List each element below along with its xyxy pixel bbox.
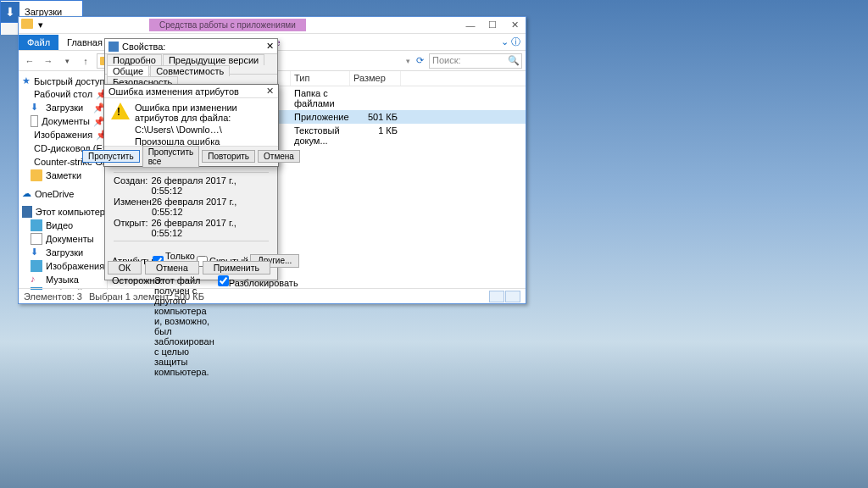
maximize-button[interactable]: ☐ [481, 18, 504, 33]
properties-title: Свойства: [122, 42, 165, 52]
search-placeholder: Поиск: [432, 55, 461, 65]
nav-this-pc[interactable]: Этот компьютер [19, 205, 107, 219]
up-button[interactable]: ↑ [78, 56, 93, 66]
retry-button[interactable]: Повторить [202, 150, 255, 163]
error-title: Ошибка изменения атрибутов [108, 86, 239, 97]
contextual-tab-label: Средства работы с приложениями [149, 19, 306, 31]
ribbon-toggle-icon[interactable]: ⌄ ⓘ [501, 36, 526, 48]
tab-file[interactable]: Файл [19, 35, 58, 50]
status-count: Элементов: 3 [24, 291, 82, 302]
cancel-button[interactable]: Отмена [145, 261, 199, 274]
tab-details[interactable]: Подробно [107, 54, 162, 65]
minimize-button[interactable]: — [459, 18, 481, 33]
nav-item[interactable]: Документы📌 [19, 114, 107, 128]
nav-quick-access[interactable]: ★Быстрый доступ [19, 75, 107, 87]
close-icon[interactable]: ✕ [266, 41, 274, 52]
navigation-pane: ★Быстрый доступ Рабочий стол📌 ⬇Загрузки📌… [19, 71, 108, 290]
dropdown-icon[interactable]: ▾ [34, 19, 47, 32]
view-large-icon[interactable] [505, 291, 520, 302]
nav-item[interactable]: Заметки [19, 169, 107, 182]
skip-button[interactable]: Пропустить [82, 150, 140, 163]
nav-onedrive[interactable]: ☁OneDrive [19, 187, 107, 200]
col-type: Тип [291, 71, 350, 86]
col-size: Размер [350, 71, 401, 86]
view-details-icon[interactable] [489, 291, 504, 302]
back-button[interactable]: ← [22, 56, 37, 66]
properties-titlebar[interactable]: Свойства: ✕ [105, 39, 277, 54]
error-titlebar[interactable]: Ошибка изменения атрибутов ✕ [104, 85, 278, 98]
bg-window-title: Загрузки [19, 7, 62, 17]
nav-item[interactable]: Изображения📌 [19, 128, 107, 141]
cancel-button[interactable]: Отмена [258, 150, 300, 163]
tab-home[interactable]: Главная [58, 35, 111, 50]
nav-item[interactable]: ⬇Загрузки [19, 246, 107, 259]
forward-button[interactable]: → [41, 56, 56, 66]
nav-item[interactable]: Изображения [19, 259, 107, 273]
history-dropdown[interactable]: ▾ [59, 57, 75, 65]
refresh-icon[interactable]: ⟳ [414, 55, 426, 66]
tab-compat[interactable]: Совместимость [150, 65, 230, 76]
tab-previous-versions[interactable]: Предыдущие версии [163, 54, 264, 65]
file-dates-section: Создан:26 февраля 2017 г., 0:55:12 Измен… [105, 166, 277, 249]
error-button-bar: Пропустить Пропустить все Повторить Отме… [104, 146, 278, 166]
nav-item[interactable]: ♪Музыка [19, 273, 107, 286]
properties-button-bar: ОК Отмена Применить [108, 261, 270, 274]
warning-icon: ! [111, 103, 130, 121]
close-button[interactable]: ✕ [504, 18, 526, 33]
ok-button[interactable]: ОК [108, 261, 142, 274]
down-arrow-icon: ⬇ [1, 2, 19, 22]
security-warning-row: Осторожно: Этот файл получен с другого к… [105, 273, 277, 380]
search-icon: 🔍 [508, 55, 520, 66]
error-dialog: Ошибка изменения атрибутов ✕ ! Ошибка пр… [103, 84, 279, 167]
properties-tabs: Подробно Предыдущие версии Общие Совмест… [105, 54, 277, 75]
nav-item[interactable]: ⬇Загрузки📌 [19, 101, 107, 114]
nav-item[interactable]: Рабочий стол📌 [19, 87, 107, 101]
search-input[interactable]: Поиск: 🔍 [429, 53, 522, 69]
nav-item[interactable]: Видео [19, 219, 107, 232]
unblock-checkbox[interactable]: Разблокировать [218, 275, 298, 377]
nav-item[interactable]: Документы [19, 232, 107, 246]
folder-icon [21, 19, 33, 29]
skip-all-button[interactable]: Пропустить все [142, 146, 200, 168]
quick-access-icons: ▾ [21, 19, 47, 32]
titlebar[interactable]: ▾ Средства работы с приложениями — ☐ ✕ [19, 17, 526, 34]
close-icon[interactable]: ✕ [266, 86, 274, 97]
app-icon [108, 42, 119, 52]
apply-button[interactable]: Применить [203, 261, 270, 274]
tab-general[interactable]: Общие [107, 65, 149, 76]
